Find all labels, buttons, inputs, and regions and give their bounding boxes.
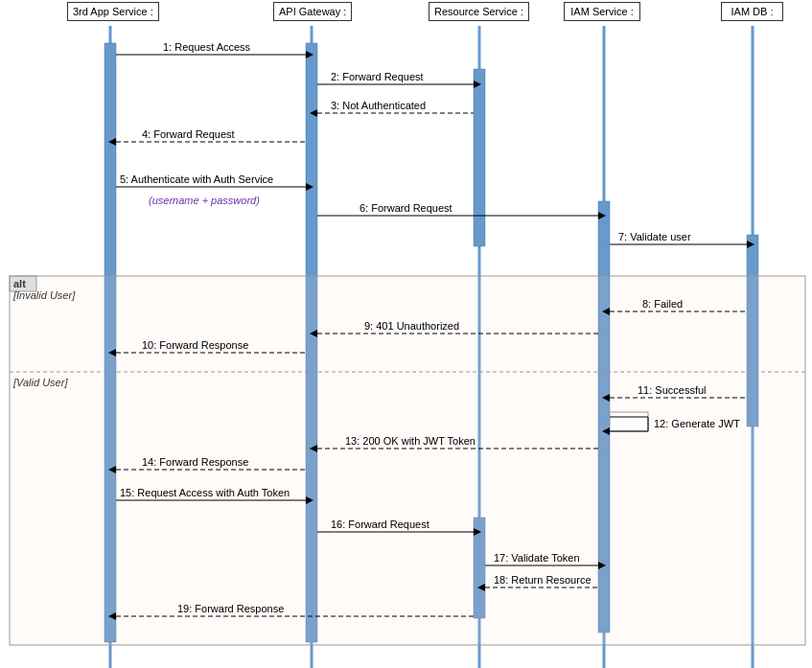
svg-text:19: Forward Response: 19: Forward Response — [177, 603, 284, 614]
svg-text:3: Not Authenticated: 3: Not Authenticated — [331, 100, 426, 111]
svg-text:9: 401 Unauthorized: 9: 401 Unauthorized — [364, 320, 459, 332]
svg-text:7: Validate user: 7: Validate user — [618, 231, 691, 242]
svg-text:12: Generate JWT: 12: Generate JWT — [654, 418, 740, 429]
svg-text:[Invalid User]: [Invalid User] — [12, 289, 76, 301]
svg-arrows: alt 1: Request Access 2: Forward Request… — [0, 0, 812, 668]
svg-text:17: Validate Token: 17: Validate Token — [494, 552, 580, 564]
svg-text:11: Successful: 11: Successful — [638, 384, 707, 396]
svg-text:14: Forward Response: 14: Forward Response — [142, 456, 248, 468]
svg-text:13: 200 OK with JWT Token: 13: 200 OK with JWT Token — [345, 435, 476, 447]
svg-text:15: Request Access with Auth T: 15: Request Access with Auth Token — [120, 487, 290, 498]
svg-text:1: Request Access: 1: Request Access — [163, 41, 251, 53]
svg-rect-7 — [474, 69, 485, 246]
sequence-diagram: alt 1: Request Access 2: Forward Request… — [0, 0, 812, 668]
svg-text:6: Forward Request: 6: Forward Request — [360, 202, 452, 214]
svg-text:10: Forward Response: 10: Forward Response — [142, 339, 248, 351]
svg-text:5: Authenticate with Auth Serv: 5: Authenticate with Auth Service — [120, 173, 273, 185]
actor-iam: IAM Service : — [564, 2, 640, 21]
svg-text:4: Forward Request: 4: Forward Request — [142, 128, 235, 140]
actor-app: 3rd App Service : — [67, 2, 159, 21]
svg-text:18: Return Resource: 18: Return Resource — [494, 574, 592, 586]
actor-gateway: API Gateway : — [273, 2, 352, 21]
svg-rect-49 — [610, 412, 648, 431]
svg-text:[Valid User]: [Valid User] — [12, 377, 68, 388]
svg-text:(username + password): (username + password) — [149, 195, 260, 206]
svg-text:16: Forward Request: 16: Forward Request — [331, 518, 429, 530]
svg-text:2: Forward Request: 2: Forward Request — [331, 71, 424, 82]
actor-resource: Resource Service : — [429, 2, 529, 21]
svg-text:alt: alt — [13, 278, 26, 289]
actor-db: IAM DB : — [721, 2, 783, 21]
svg-text:8: Failed: 8: Failed — [642, 298, 683, 310]
